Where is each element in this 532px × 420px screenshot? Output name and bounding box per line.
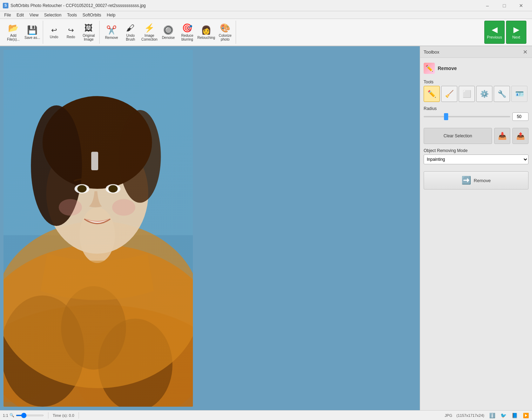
action-row: Clear Selection 📥 📤 xyxy=(424,128,528,144)
navigation-buttons: ◀ Previous ▶ Next xyxy=(484,21,529,44)
status-separator-1 xyxy=(48,412,48,419)
zoom-slider[interactable] xyxy=(16,415,44,416)
image-correction-button[interactable]: ⚡ Image Correction xyxy=(140,21,159,44)
import-selection-button[interactable]: 📤 xyxy=(512,128,528,144)
toolbox-content: ✏️ Remove Tools ✏️ 🧹 ⬜ ⚙️ 🔧 🪪 Radius xyxy=(420,58,532,410)
canvas-area[interactable] xyxy=(0,46,420,410)
zoom-icon: 🔍 xyxy=(9,413,14,418)
menubar: File Edit View Selection Tools SoftOrbit… xyxy=(0,11,532,19)
statusbar: 1:1 🔍 Time (s): 0.0 JPG (1157x1717x24) ℹ… xyxy=(0,410,532,420)
menu-tools[interactable]: Tools xyxy=(64,12,80,18)
object-removing-mode-label: Object Removing Mode xyxy=(424,148,528,153)
denoise-icon: 🔘 xyxy=(163,25,174,35)
reduce-blurring-icon: 🎯 xyxy=(182,23,193,33)
previous-label: Previous xyxy=(487,35,502,39)
previous-button[interactable]: ◀ Previous xyxy=(484,21,505,44)
undo-brush-label: Undo Brush xyxy=(122,34,139,41)
pencil-tool-button[interactable]: ✏️ xyxy=(424,86,440,102)
reduce-blurring-button[interactable]: 🎯 Reduce blurring xyxy=(178,21,196,44)
radius-slider[interactable] xyxy=(424,116,510,117)
menu-selection[interactable]: Selection xyxy=(41,12,64,18)
svg-rect-22 xyxy=(4,50,193,407)
redo-button[interactable]: ↪ Redo xyxy=(63,21,79,44)
denoise-label: Denoise xyxy=(162,36,175,40)
original-image-icon: 🖼 xyxy=(85,23,93,33)
remove-action-button[interactable]: ➡️ Remove xyxy=(424,171,528,190)
status-separator-2 xyxy=(79,412,79,419)
retouching-button[interactable]: 👩 Retouching xyxy=(197,21,215,44)
denoise-button[interactable]: 🔘 Denoise xyxy=(159,21,177,44)
save-icon: 💾 xyxy=(27,25,38,35)
add-files-button[interactable]: 📂 Add File(s)... xyxy=(4,21,22,44)
toolbox-panel: Toolbox ✕ ✏️ Remove Tools ✏️ 🧹 ⬜ ⚙️ 🔧 🪪 xyxy=(420,46,532,410)
undo-label: Undo xyxy=(50,35,58,39)
portrait-svg xyxy=(4,50,193,407)
redo-icon: ↪ xyxy=(68,26,74,34)
undo-brush-button[interactable]: 🖌 Undo Brush xyxy=(121,21,140,44)
wrench-tool-button[interactable]: 🔧 xyxy=(494,86,510,102)
remove-section-icon: ✏️ xyxy=(424,63,435,74)
export-selection-button[interactable]: 📥 xyxy=(494,128,510,144)
titlebar: S SoftOrbits Photo Retoucher - CCF010520… xyxy=(0,0,532,11)
undo-brush-icon: 🖌 xyxy=(126,23,135,33)
info-button[interactable]: ℹ️ xyxy=(489,412,496,419)
status-zoom: 1:1 🔍 xyxy=(3,413,44,418)
image-correction-label: Image Correction xyxy=(141,34,157,41)
add-files-label: Add File(s)... xyxy=(5,34,21,41)
window-controls: – □ ✕ xyxy=(479,0,529,11)
radius-section: Radius xyxy=(424,106,528,121)
next-button[interactable]: ▶ Next xyxy=(506,21,526,44)
toolbar-tools-group: ✂️ Remove 🖌 Undo Brush ⚡ Image Correctio… xyxy=(101,21,236,44)
menu-softorbits[interactable]: SoftOrbits xyxy=(80,12,104,18)
remove-section-title: Remove xyxy=(438,66,457,71)
toolbox-close-button[interactable]: ✕ xyxy=(521,48,528,55)
main-area: Toolbox ✕ ✏️ Remove Tools ✏️ 🧹 ⬜ ⚙️ 🔧 🪪 xyxy=(0,46,532,410)
remove-action-label: Remove xyxy=(474,178,491,183)
app-icon: S xyxy=(3,3,8,8)
original-image-label: Original Image xyxy=(81,34,97,41)
social-youtube-button[interactable]: ▶️ xyxy=(522,412,529,419)
tools-section: Tools ✏️ 🧹 ⬜ ⚙️ 🔧 🪪 xyxy=(424,80,528,102)
remove-arrow-icon: ➡️ xyxy=(462,176,471,185)
radius-row xyxy=(424,112,528,121)
image-container xyxy=(4,50,193,407)
format-label: JPG xyxy=(445,413,452,418)
clear-selection-button[interactable]: Clear Selection xyxy=(424,128,492,144)
add-files-icon: 📂 xyxy=(8,23,19,33)
menu-help[interactable]: Help xyxy=(104,12,119,18)
redo-label: Redo xyxy=(67,35,75,39)
colorize-label: Colorize photo xyxy=(217,34,233,41)
rect-select-tool-button[interactable]: ⬜ xyxy=(459,86,475,102)
magic-wand-tool-button[interactable]: ⚙️ xyxy=(476,86,492,102)
remove-label: Remove xyxy=(105,36,118,40)
save-as-button[interactable]: 💾 Save as... xyxy=(23,21,41,44)
social-facebook-button[interactable]: 📘 xyxy=(511,412,518,419)
status-right: JPG (1157x1717x24) ℹ️ 🐦 📘 ▶️ xyxy=(445,412,529,419)
time-label: Time (s): 0.0 xyxy=(53,413,74,418)
window-title: SoftOrbits Photo Retoucher - CCF01052012… xyxy=(11,3,479,8)
zoom-level: 1:1 xyxy=(3,413,8,418)
toolbox-header: Toolbox ✕ xyxy=(420,46,532,58)
minimize-button[interactable]: – xyxy=(479,0,496,11)
toolbar: 📂 Add File(s)... 💾 Save as... ↩ Undo ↪ R… xyxy=(0,19,532,46)
toolbar-file-group: 📂 Add File(s)... 💾 Save as... xyxy=(3,21,43,44)
social-twitter-button[interactable]: 🐦 xyxy=(500,412,507,419)
radius-input[interactable] xyxy=(512,112,528,121)
menu-edit[interactable]: Edit xyxy=(14,12,27,18)
colorize-photo-button[interactable]: 🎨 Colorize photo xyxy=(216,21,234,44)
original-image-button[interactable]: 🖼 Original Image xyxy=(80,21,98,44)
colorize-icon: 🎨 xyxy=(220,23,230,33)
menu-view[interactable]: View xyxy=(27,12,41,18)
undo-icon: ↩ xyxy=(51,26,57,34)
close-button[interactable]: ✕ xyxy=(513,0,529,11)
toolbar-edit-group: ↩ Undo ↪ Redo 🖼 Original Image xyxy=(45,21,100,44)
object-removing-mode-select[interactable]: Inpainting Content-Aware Solid Color xyxy=(424,154,528,164)
tools-row: ✏️ 🧹 ⬜ ⚙️ 🔧 🪪 xyxy=(424,86,528,102)
remove-section-header: ✏️ Remove xyxy=(424,61,528,75)
menu-file[interactable]: File xyxy=(1,12,14,18)
undo-button[interactable]: ↩ Undo xyxy=(46,21,62,44)
radius-label: Radius xyxy=(424,106,528,111)
eraser-tool-button[interactable]: 🧹 xyxy=(441,86,457,102)
maximize-button[interactable]: □ xyxy=(496,0,512,11)
remove-button[interactable]: ✂️ Remove xyxy=(102,21,121,44)
